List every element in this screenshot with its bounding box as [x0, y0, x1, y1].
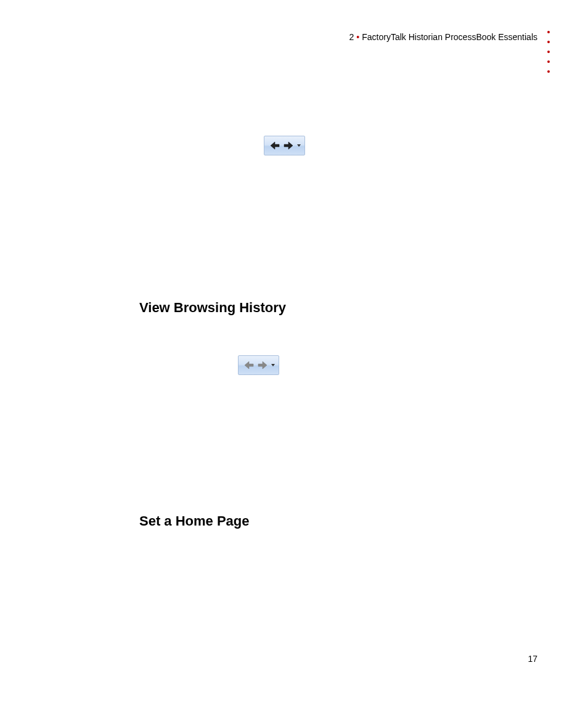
vertical-dot-decoration: [547, 31, 550, 73]
section-heading-set-home: Set a Home Page: [139, 513, 250, 529]
back-button-disabled: [243, 360, 255, 371]
arrow-right-icon: [284, 141, 293, 150]
arrow-left-icon: [270, 141, 280, 150]
section-heading-view-history: View Browsing History: [139, 300, 286, 316]
decor-dot: [547, 51, 550, 53]
page-number: 17: [528, 654, 537, 664]
decor-dot: [547, 60, 550, 63]
back-button[interactable]: [269, 140, 280, 151]
chapter-title: FactoryTalk Historian ProcessBook Essent…: [362, 32, 537, 42]
dropdown-caret-icon[interactable]: [297, 144, 301, 147]
chapter-number: 2: [349, 32, 354, 42]
navigation-toolbar: [264, 136, 305, 155]
forward-button[interactable]: [283, 140, 294, 151]
decor-dot: [547, 41, 550, 43]
forward-button-disabled: [257, 360, 268, 371]
chapter-bullet-separator: •: [356, 32, 359, 42]
navigation-toolbar: [238, 355, 279, 375]
decor-dot: [547, 70, 550, 73]
arrow-left-icon: [244, 361, 254, 369]
page-header: 2 • FactoryTalk Historian ProcessBook Es…: [349, 32, 537, 42]
dropdown-caret-icon[interactable]: [271, 364, 275, 366]
decor-dot: [547, 31, 550, 33]
arrow-right-icon: [258, 361, 267, 369]
